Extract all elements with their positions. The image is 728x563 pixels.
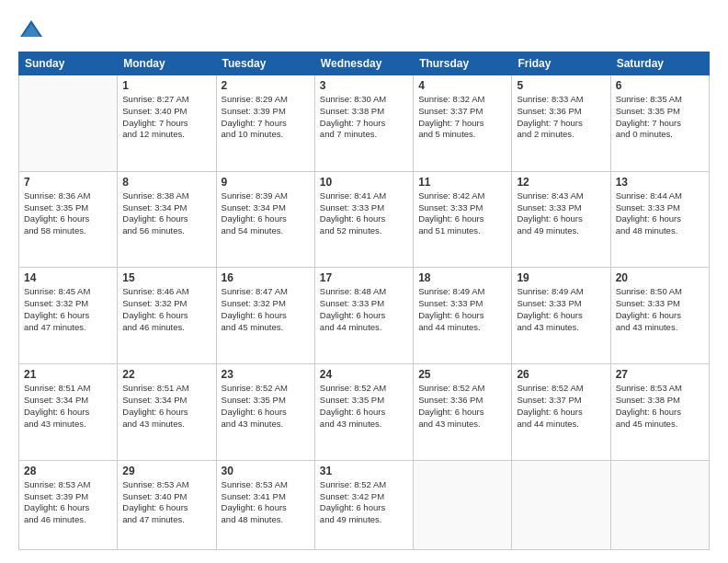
day-info: Sunrise: 8:48 AM Sunset: 3:33 PM Dayligh… <box>320 286 408 333</box>
day-info: Sunrise: 8:52 AM Sunset: 3:35 PM Dayligh… <box>320 383 408 430</box>
day-number: 13 <box>616 176 704 189</box>
day-number: 10 <box>320 176 408 189</box>
calendar-cell <box>414 460 512 549</box>
calendar-cell: 4Sunrise: 8:32 AM Sunset: 3:37 PM Daylig… <box>414 75 512 172</box>
day-info: Sunrise: 8:33 AM Sunset: 3:36 PM Dayligh… <box>517 94 605 141</box>
calendar-cell: 9Sunrise: 8:39 AM Sunset: 3:34 PM Daylig… <box>216 171 314 268</box>
day-info: Sunrise: 8:30 AM Sunset: 3:38 PM Dayligh… <box>320 94 408 141</box>
day-info: Sunrise: 8:50 AM Sunset: 3:33 PM Dayligh… <box>616 286 704 333</box>
day-info: Sunrise: 8:53 AM Sunset: 3:39 PM Dayligh… <box>24 479 112 526</box>
calendar-cell: 26Sunrise: 8:52 AM Sunset: 3:37 PM Dayli… <box>512 364 610 461</box>
calendar-cell: 6Sunrise: 8:35 AM Sunset: 3:35 PM Daylig… <box>610 75 709 172</box>
calendar-cell: 30Sunrise: 8:53 AM Sunset: 3:41 PM Dayli… <box>216 460 314 549</box>
calendar-cell: 23Sunrise: 8:52 AM Sunset: 3:35 PM Dayli… <box>216 364 314 461</box>
logo <box>18 17 48 42</box>
calendar-cell: 25Sunrise: 8:52 AM Sunset: 3:36 PM Dayli… <box>414 364 512 461</box>
calendar-cell: 29Sunrise: 8:53 AM Sunset: 3:40 PM Dayli… <box>118 460 216 549</box>
day-info: Sunrise: 8:52 AM Sunset: 3:37 PM Dayligh… <box>517 383 605 430</box>
weekday-header-friday: Friday <box>512 52 610 75</box>
day-number: 26 <box>517 368 605 381</box>
calendar-cell: 10Sunrise: 8:41 AM Sunset: 3:33 PM Dayli… <box>314 171 413 268</box>
day-number: 29 <box>122 465 210 477</box>
day-number: 14 <box>24 271 112 284</box>
calendar-cell: 13Sunrise: 8:44 AM Sunset: 3:33 PM Dayli… <box>610 171 709 268</box>
day-info: Sunrise: 8:52 AM Sunset: 3:42 PM Dayligh… <box>320 479 408 526</box>
day-number: 3 <box>320 79 408 92</box>
day-number: 16 <box>222 271 310 284</box>
day-number: 20 <box>616 271 704 284</box>
day-number: 17 <box>320 271 408 284</box>
day-info: Sunrise: 8:35 AM Sunset: 3:35 PM Dayligh… <box>616 94 704 141</box>
weekday-header-sunday: Sunday <box>19 52 118 75</box>
day-info: Sunrise: 8:44 AM Sunset: 3:33 PM Dayligh… <box>616 190 704 237</box>
day-info: Sunrise: 8:38 AM Sunset: 3:34 PM Dayligh… <box>122 190 210 237</box>
day-info: Sunrise: 8:51 AM Sunset: 3:34 PM Dayligh… <box>122 383 210 430</box>
day-number: 23 <box>222 368 310 381</box>
week-row-4: 21Sunrise: 8:51 AM Sunset: 3:34 PM Dayli… <box>19 364 710 461</box>
day-number: 19 <box>517 271 605 284</box>
weekday-header-saturday: Saturday <box>610 52 709 75</box>
calendar-cell: 18Sunrise: 8:49 AM Sunset: 3:33 PM Dayli… <box>414 268 512 364</box>
day-info: Sunrise: 8:52 AM Sunset: 3:36 PM Dayligh… <box>418 383 506 430</box>
week-row-3: 14Sunrise: 8:45 AM Sunset: 3:32 PM Dayli… <box>19 268 710 364</box>
calendar-cell <box>610 460 709 549</box>
day-info: Sunrise: 8:49 AM Sunset: 3:33 PM Dayligh… <box>418 286 506 333</box>
header <box>18 17 710 42</box>
calendar-cell: 7Sunrise: 8:36 AM Sunset: 3:35 PM Daylig… <box>19 171 118 268</box>
calendar-cell: 22Sunrise: 8:51 AM Sunset: 3:34 PM Dayli… <box>118 364 216 461</box>
week-row-5: 28Sunrise: 8:53 AM Sunset: 3:39 PM Dayli… <box>19 460 710 549</box>
calendar-cell: 21Sunrise: 8:51 AM Sunset: 3:34 PM Dayli… <box>19 364 118 461</box>
day-info: Sunrise: 8:53 AM Sunset: 3:40 PM Dayligh… <box>122 479 210 526</box>
calendar-cell <box>512 460 610 549</box>
day-info: Sunrise: 8:53 AM Sunset: 3:38 PM Dayligh… <box>616 383 704 430</box>
calendar-cell: 24Sunrise: 8:52 AM Sunset: 3:35 PM Dayli… <box>314 364 413 461</box>
day-info: Sunrise: 8:39 AM Sunset: 3:34 PM Dayligh… <box>222 190 310 237</box>
day-info: Sunrise: 8:43 AM Sunset: 3:33 PM Dayligh… <box>517 190 605 237</box>
day-info: Sunrise: 8:36 AM Sunset: 3:35 PM Dayligh… <box>24 190 112 237</box>
day-number: 7 <box>24 176 112 189</box>
calendar-cell: 11Sunrise: 8:42 AM Sunset: 3:33 PM Dayli… <box>414 171 512 268</box>
calendar-cell: 19Sunrise: 8:49 AM Sunset: 3:33 PM Dayli… <box>512 268 610 364</box>
day-number: 28 <box>24 465 112 477</box>
calendar-cell: 31Sunrise: 8:52 AM Sunset: 3:42 PM Dayli… <box>314 460 413 549</box>
day-number: 4 <box>418 79 506 92</box>
day-info: Sunrise: 8:49 AM Sunset: 3:33 PM Dayligh… <box>517 286 605 333</box>
weekday-header-wednesday: Wednesday <box>314 52 413 75</box>
day-number: 8 <box>122 176 210 189</box>
day-number: 31 <box>320 465 408 477</box>
day-number: 11 <box>418 176 506 189</box>
calendar-cell: 1Sunrise: 8:27 AM Sunset: 3:40 PM Daylig… <box>118 75 216 172</box>
day-number: 9 <box>222 176 310 189</box>
day-number: 1 <box>122 79 210 92</box>
calendar-cell: 16Sunrise: 8:47 AM Sunset: 3:32 PM Dayli… <box>216 268 314 364</box>
calendar-cell: 8Sunrise: 8:38 AM Sunset: 3:34 PM Daylig… <box>118 171 216 268</box>
calendar-cell: 15Sunrise: 8:46 AM Sunset: 3:32 PM Dayli… <box>118 268 216 364</box>
day-number: 21 <box>24 368 112 381</box>
day-number: 6 <box>616 79 704 92</box>
calendar-cell: 20Sunrise: 8:50 AM Sunset: 3:33 PM Dayli… <box>610 268 709 364</box>
day-number: 27 <box>616 368 704 381</box>
day-info: Sunrise: 8:27 AM Sunset: 3:40 PM Dayligh… <box>122 94 210 141</box>
day-info: Sunrise: 8:52 AM Sunset: 3:35 PM Dayligh… <box>222 383 310 430</box>
calendar-cell: 2Sunrise: 8:29 AM Sunset: 3:39 PM Daylig… <box>216 75 314 172</box>
calendar-cell: 14Sunrise: 8:45 AM Sunset: 3:32 PM Dayli… <box>19 268 118 364</box>
day-number: 2 <box>222 79 310 92</box>
day-info: Sunrise: 8:45 AM Sunset: 3:32 PM Dayligh… <box>24 286 112 333</box>
day-info: Sunrise: 8:46 AM Sunset: 3:32 PM Dayligh… <box>122 286 210 333</box>
day-info: Sunrise: 8:29 AM Sunset: 3:39 PM Dayligh… <box>222 94 310 141</box>
day-number: 24 <box>320 368 408 381</box>
calendar-cell: 3Sunrise: 8:30 AM Sunset: 3:38 PM Daylig… <box>314 75 413 172</box>
calendar-cell <box>19 75 118 172</box>
calendar-cell: 17Sunrise: 8:48 AM Sunset: 3:33 PM Dayli… <box>314 268 413 364</box>
calendar-cell: 12Sunrise: 8:43 AM Sunset: 3:33 PM Dayli… <box>512 171 610 268</box>
day-number: 22 <box>122 368 210 381</box>
day-number: 15 <box>122 271 210 284</box>
day-number: 30 <box>222 465 310 477</box>
weekday-header-row: SundayMondayTuesdayWednesdayThursdayFrid… <box>19 52 710 75</box>
weekday-header-tuesday: Tuesday <box>216 52 314 75</box>
week-row-2: 7Sunrise: 8:36 AM Sunset: 3:35 PM Daylig… <box>19 171 710 268</box>
day-number: 5 <box>517 79 605 92</box>
day-info: Sunrise: 8:51 AM Sunset: 3:34 PM Dayligh… <box>24 383 112 430</box>
calendar: SundayMondayTuesdayWednesdayThursdayFrid… <box>18 52 710 550</box>
logo-icon <box>18 17 44 42</box>
